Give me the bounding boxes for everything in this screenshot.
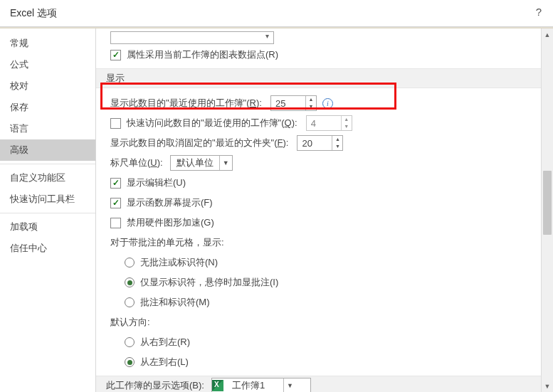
spinner-down-icon[interactable]: ▼ [306, 103, 316, 110]
combo-ruler-units[interactable]: 默认单位 ▼ [170, 155, 233, 171]
sidebar-item-qat[interactable]: 快速访问工具栏 [0, 189, 95, 210]
sidebar-item-label: 高级 [10, 144, 28, 155]
radio-comments-none[interactable] [125, 258, 135, 267]
scrollbar-thumb[interactable] [543, 171, 552, 235]
truncated-combo[interactable] [110, 31, 274, 44]
sidebar-item-trust-center[interactable]: 信任中心 [0, 238, 95, 259]
label-function-tips: 显示函数屏幕提示(F) [127, 196, 213, 209]
label-direction-header: 默认方向: [110, 316, 150, 329]
spinner-up-icon[interactable]: ▲ [342, 116, 352, 123]
radio-comments-indicator[interactable] [125, 277, 135, 287]
hotkey: F [278, 137, 283, 148]
label-text: 快速访问此数目的"最近使用的工作簿"( [127, 117, 285, 128]
sidebar-item-label: 常规 [10, 38, 28, 48]
label-recent-workbooks: 显示此数目的"最近使用的工作簿"(R): [110, 97, 262, 110]
sidebar-item-label: 语言 [10, 123, 28, 134]
radio-direction-ltr[interactable] [125, 357, 135, 367]
sidebar-item-save[interactable]: 保存 [0, 97, 95, 118]
spinner-input[interactable] [297, 136, 332, 150]
row-quick-access-recent: 快速访问此数目的"最近使用的工作簿"(Q): ▲▼ [110, 114, 553, 132]
sidebar-item-label: 快速访问工具栏 [10, 194, 75, 204]
row-function-tips: 显示函数屏幕提示(F) [110, 194, 553, 212]
sidebar-separator [0, 213, 95, 213]
spinner-recent-folders[interactable]: ▲▼ [297, 135, 343, 151]
scroll-down-icon[interactable]: ▼ [542, 380, 553, 392]
section-title: 此工作簿的显示选项(B): [106, 379, 204, 392]
scroll-up-icon[interactable]: ▲ [542, 28, 553, 41]
title-bar: Excel 选项 ? [0, 0, 553, 27]
spinner-up-icon[interactable]: ▲ [306, 96, 316, 103]
section-workbook-display: 此工作簿的显示选项(B): 工作簿1 ▼ [96, 376, 553, 392]
spinner-recent-workbooks[interactable]: ▲▼ [270, 95, 317, 111]
radio-comments-both[interactable] [125, 297, 135, 307]
sidebar-item-proofing[interactable]: 校对 [0, 75, 95, 97]
row-comments-opt3: 批注和标识符(M) [125, 293, 553, 312]
row-direction-opt2: 从左到右(L) [125, 353, 553, 371]
checkbox-chart-datapoints[interactable] [110, 50, 121, 60]
label-hw-accel: 禁用硬件图形加速(G) [127, 216, 214, 229]
label-quick-access-recent: 快速访问此数目的"最近使用的工作簿"(Q): [127, 117, 297, 129]
hotkey: Q [285, 117, 292, 128]
spinner-up-icon[interactable]: ▲ [332, 136, 342, 143]
row-formula-bar: 显示编辑栏(U) [110, 174, 553, 192]
window-title: Excel 选项 [10, 7, 57, 20]
label-formula-bar: 显示编辑栏(U) [127, 176, 186, 189]
spinner-quick-access-recent[interactable]: ▲▼ [306, 115, 352, 131]
label-text: 标尺单位( [110, 157, 150, 168]
label-recent-folders: 显示此数目的取消固定的"最近的文件夹"(F): [110, 137, 288, 149]
sidebar-item-customize-ribbon[interactable]: 自定义功能区 [0, 167, 95, 189]
hotkey: U [150, 157, 157, 168]
hotkey: R [250, 97, 256, 108]
sidebar-item-label: 公式 [10, 59, 28, 70]
sidebar-item-label: 加载项 [10, 221, 38, 232]
row-direction-opt1: 从右到左(R) [125, 333, 553, 351]
sidebar-item-language[interactable]: 语言 [0, 118, 95, 139]
checkbox-quick-access-recent[interactable] [110, 118, 121, 129]
help-button[interactable]: ? [536, 6, 542, 18]
label-text: ): [157, 157, 163, 168]
row-chart-datapoints: 属性采用当前工作簿的图表数据点(R) [110, 46, 553, 64]
label-comments-opt3: 批注和标识符(M) [140, 296, 210, 309]
row-hw-accel: 禁用硬件图形加速(G) [110, 213, 553, 232]
sidebar-item-label: 校对 [10, 80, 28, 91]
checkbox-formula-bar[interactable] [110, 178, 121, 189]
row-comments-opt1: 无批注或标识符(N) [125, 253, 553, 272]
spinner-input[interactable] [307, 116, 341, 130]
label-direction-opt1: 从右到左(R) [140, 336, 190, 349]
label-text: 显示此数目的取消固定的"最近的文件夹"( [110, 137, 278, 148]
label-ruler-units: 标尺单位(U): [110, 157, 163, 169]
row-ruler-units: 标尺单位(U): 默认单位 ▼ [110, 154, 553, 172]
sidebar-item-label: 信任中心 [10, 243, 47, 253]
sidebar-item-addins[interactable]: 加载项 [0, 216, 95, 238]
sidebar-item-advanced[interactable]: 高级 [0, 139, 95, 161]
chevron-down-icon: ▼ [283, 378, 296, 392]
sidebar-separator [0, 164, 95, 164]
row-recent-workbooks: 显示此数目的"最近使用的工作簿"(R): ▲▼ i [110, 94, 553, 112]
spinner-down-icon[interactable]: ▼ [342, 123, 352, 130]
spinner-input[interactable] [271, 96, 305, 110]
sidebar-item-label: 保存 [10, 102, 28, 112]
combo-value: 默认单位 [171, 157, 219, 169]
row-comments-header: 对于带批注的单元格，显示: [110, 233, 553, 252]
label-comments-header: 对于带批注的单元格，显示: [110, 236, 224, 249]
checkbox-hw-accel[interactable] [110, 218, 121, 228]
label-text: ): [283, 137, 289, 148]
label-direction-opt2: 从左到右(L) [140, 356, 189, 369]
radio-direction-rtl[interactable] [125, 337, 135, 347]
sidebar-item-general[interactable]: 常规 [0, 33, 95, 54]
content-pane: 属性采用当前工作簿的图表数据点(R) 显示 显示此数目的"最近使用的工作簿"(R… [96, 28, 553, 392]
checkbox-function-tips[interactable] [110, 198, 121, 208]
combo-value: 工作簿1 [226, 379, 283, 392]
section-display: 显示 [96, 68, 553, 88]
info-icon[interactable]: i [322, 98, 333, 109]
label-comments-opt2: 仅显示标识符，悬停时加显批注(I) [140, 276, 278, 289]
section-title: 显示 [106, 72, 125, 85]
row-direction-header: 默认方向: [110, 313, 553, 332]
row-recent-folders: 显示此数目的取消固定的"最近的文件夹"(F): ▲▼ [110, 134, 553, 152]
spinner-down-icon[interactable]: ▼ [332, 143, 342, 150]
label-chart-datapoints: 属性采用当前工作簿的图表数据点(R) [127, 48, 278, 61]
sidebar-item-formulas[interactable]: 公式 [0, 54, 95, 75]
row-comments-opt2: 仅显示标识符，悬停时加显批注(I) [125, 273, 553, 292]
combo-workbook[interactable]: 工作簿1 ▼ [211, 378, 311, 392]
vertical-scrollbar[interactable]: ▲ ▼ [541, 28, 553, 392]
